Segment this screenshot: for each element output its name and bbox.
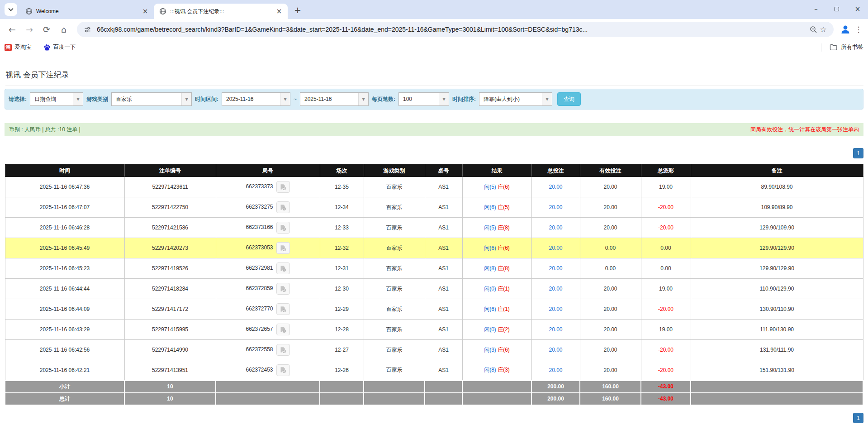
page-content: 视讯 会员下注纪录 请选择: 日期查询 ▼ 游戏类别 百家乐 ▼ 时间区间: 2… [0, 70, 868, 423]
tab-close-icon[interactable]: × [141, 7, 149, 15]
result-cell: 闲(3) 庄(6) [462, 340, 531, 360]
tab-search-button[interactable] [5, 3, 17, 16]
banker-result: 庄(6) [498, 347, 510, 353]
video-replay-button[interactable] [276, 303, 290, 315]
chevron-down-icon: ▼ [439, 93, 449, 105]
bookmark-label: 百度一下 [53, 43, 76, 51]
table-row: 2025-11-16 06:46:28522971421586662373166… [5, 218, 863, 238]
note-cell: 130.90/110.90 [691, 299, 863, 320]
game-type-select[interactable]: 百家乐 ▼ [111, 92, 192, 106]
bookmark-star-icon[interactable]: ☆ [818, 25, 828, 34]
table-no-cell: AS1 [425, 238, 462, 258]
query-type-select[interactable]: 日期查询 ▼ [30, 92, 83, 106]
page-1-button[interactable]: 1 [853, 148, 863, 158]
sort-select[interactable]: 降幂(由大到小) ▼ [479, 92, 552, 106]
total-bet-link[interactable]: 20.00 [531, 299, 580, 320]
maximize-button[interactable] [826, 0, 847, 18]
banker-result: 庄(8) [498, 224, 510, 231]
browser-menu-icon[interactable]: ⋮ [853, 25, 864, 34]
round-number: 662372770 [246, 305, 273, 312]
video-replay-button[interactable] [276, 283, 290, 295]
profile-avatar[interactable] [838, 22, 853, 37]
search-button[interactable]: 查询 [557, 92, 581, 106]
round-number: 662373373 [246, 183, 273, 190]
note-cell: 129.90/129.90 [691, 258, 863, 279]
site-settings-icon[interactable] [82, 26, 92, 33]
tab-betrecord[interactable]: :::视讯 会员下注纪录::: × [154, 4, 288, 19]
total-bet-link[interactable]: 20.00 [531, 279, 580, 299]
valid-bet-notice: 同局有效投注，统一计算在该局第一张注单内 [750, 126, 859, 134]
tab-welcome[interactable]: Welcome × [20, 4, 154, 19]
total-bet-link[interactable]: 20.00 [531, 218, 580, 238]
time-cell: 2025-11-16 06:44:44 [5, 279, 124, 299]
page-1-button[interactable]: 1 [853, 413, 863, 423]
valid-bet-cell: 20.00 [580, 340, 641, 360]
video-replay-button[interactable] [276, 324, 290, 335]
video-replay-button[interactable] [276, 222, 290, 234]
total-bet-link[interactable]: 20.00 [531, 177, 580, 197]
date-end-select[interactable]: 2025-11-16 ▼ [300, 92, 369, 106]
video-replay-button[interactable] [276, 364, 290, 376]
browser-toolbar: ← → ⟳ ⌂ 66cxkj98.com/game/betrecord_sear… [0, 19, 868, 40]
total-bet-link[interactable]: 20.00 [531, 258, 580, 279]
result-cell: 闲(8) 庄(3) [462, 360, 531, 381]
per-page-select[interactable]: 100 ▼ [398, 92, 449, 106]
session-cell: 12-33 [320, 218, 364, 238]
game-type-cell: 百家乐 [364, 360, 425, 381]
footer-payout: -43.00 [641, 381, 691, 393]
total-bet-link[interactable]: 20.00 [531, 238, 580, 258]
close-button[interactable]: × [847, 0, 868, 18]
table-no-cell: AS1 [425, 197, 462, 218]
game-type-cell: 百家乐 [364, 320, 425, 340]
video-replay-button[interactable] [276, 262, 290, 274]
new-tab-button[interactable]: + [291, 4, 304, 16]
player-result: 闲(6) [484, 245, 496, 251]
valid-bet-cell: 20.00 [580, 360, 641, 381]
bet-id-cell: 522971417172 [124, 299, 216, 320]
tab-strip: Welcome × :::视讯 会员下注纪录::: × + – × [0, 0, 868, 19]
divider [821, 43, 821, 52]
payout-cell: -20.00 [641, 299, 691, 320]
total-bet-link[interactable]: 20.00 [531, 360, 580, 381]
video-replay-button[interactable] [276, 181, 290, 193]
total-bet-link[interactable]: 20.00 [531, 320, 580, 340]
video-replay-button[interactable] [276, 344, 290, 356]
bookmark-taobao[interactable]: 淘 爱淘宝 [5, 43, 32, 51]
total-bet-link[interactable]: 20.00 [531, 340, 580, 360]
date-start-select[interactable]: 2025-11-16 ▼ [222, 92, 290, 106]
total-bet-link[interactable]: 20.00 [531, 197, 580, 218]
all-bookmarks[interactable]: 所有书签 [821, 43, 863, 52]
table-row: 2025-11-16 06:45:49522971420273662373053… [5, 238, 863, 258]
table-header-row: 时间注单编号局号场次游戏类别桌号结果总投注有效投注总派彩备注 [5, 165, 863, 177]
minimize-button[interactable]: – [806, 0, 826, 18]
reload-button[interactable]: ⟳ [38, 21, 55, 38]
forward-button[interactable]: → [21, 21, 38, 38]
round-number: 662372558 [246, 346, 273, 353]
home-button[interactable]: ⌂ [55, 21, 72, 38]
banker-result: 庄(6) [498, 245, 510, 251]
column-header: 游戏类别 [364, 165, 425, 177]
table-no-cell: AS1 [425, 299, 462, 320]
session-cell: 12-35 [320, 177, 364, 197]
column-header: 总投注 [531, 165, 580, 177]
video-replay-button[interactable] [276, 242, 290, 254]
footer-empty-cell [320, 381, 364, 393]
table-no-cell: AS1 [425, 360, 462, 381]
url-text[interactable]: 66cxkj98.com/game/betrecord_search/kind3… [97, 26, 804, 33]
sort-label: 时间排序: [452, 95, 476, 103]
address-bar[interactable]: 66cxkj98.com/game/betrecord_search/kind3… [77, 22, 834, 37]
video-replay-button[interactable] [276, 201, 290, 213]
note-cell: 129.90/109.90 [691, 218, 863, 238]
valid-bet-cell: 20.00 [580, 197, 641, 218]
tab-close-icon[interactable]: × [275, 7, 283, 15]
time-cell: 2025-11-16 06:47:36 [5, 177, 124, 197]
note-cell: 129.90/129.90 [691, 238, 863, 258]
bookmark-baidu[interactable]: 百度一下 [43, 43, 76, 51]
bet-id-cell: 522971423611 [124, 177, 216, 197]
payout-cell: -20.00 [641, 340, 691, 360]
footer-valid-bet: 160.00 [580, 393, 641, 405]
chevron-down-icon: ▼ [542, 93, 552, 105]
game-type-cell: 百家乐 [364, 340, 425, 360]
back-button[interactable]: ← [4, 21, 21, 38]
zoom-out-icon[interactable] [808, 26, 818, 33]
